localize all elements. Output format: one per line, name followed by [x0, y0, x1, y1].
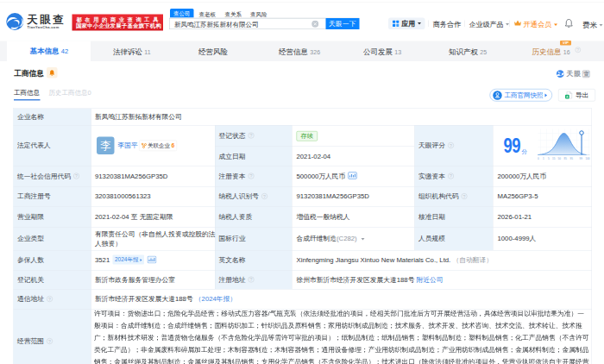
svg-text:5: 5 — [548, 157, 550, 160]
svg-text:100: 100 — [586, 157, 590, 160]
svg-text:85: 85 — [564, 157, 568, 160]
svg-text:99: 99 — [580, 157, 583, 160]
svg-text:95: 95 — [570, 157, 574, 160]
svg-text:50: 50 — [558, 157, 562, 160]
svg-text:1: 1 — [543, 157, 544, 160]
svg-text:0: 0 — [538, 157, 539, 160]
svg-text:15: 15 — [552, 157, 556, 160]
